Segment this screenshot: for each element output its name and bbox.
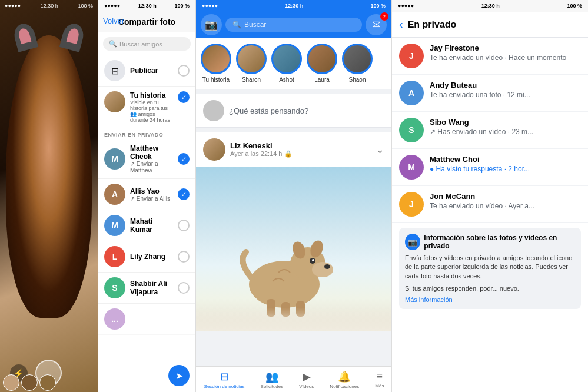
share-back-button[interactable]: Volver xyxy=(103,16,124,25)
messages-title: En privado xyxy=(408,19,457,30)
nav-videos[interactable]: ▶ Vídeos xyxy=(295,368,317,391)
publish-option[interactable]: ⊟ Publicar xyxy=(98,55,195,87)
camera-story-icon[interactable]: 📷 xyxy=(201,14,222,35)
info-more-link[interactable]: Más información xyxy=(405,296,575,303)
matthew-info: Matthew Cheok ↗ Enviar a Matthew xyxy=(130,144,173,174)
info-box-body-2: Si tus amigos responden, podr... nuevo. xyxy=(405,284,575,293)
more-label: Más xyxy=(375,383,384,388)
nav-more[interactable]: ≡ Más xyxy=(371,368,387,391)
matthew-sub: ↗ Enviar a Matthew xyxy=(130,161,173,174)
ashot-label: Ashot xyxy=(279,77,294,83)
matthew-radio[interactable]: ✓ xyxy=(178,153,190,165)
story-laura[interactable]: Laura xyxy=(307,44,337,83)
messages-panel: ●●●●● 12:30 h 100 % ‹ En privado J Jay F… xyxy=(391,0,588,392)
sibo-avatar: S xyxy=(399,118,424,142)
share-title: Compartir foto xyxy=(118,17,175,26)
publish-label: Publicar xyxy=(130,67,173,75)
feed-bottom-nav: ⊟ Sección de noticias 👥 Solicitudes ▶ Ví… xyxy=(196,366,391,392)
shabbir-radio[interactable] xyxy=(178,282,190,294)
story-label: Tu historia xyxy=(130,91,173,99)
more-icon: ≡ xyxy=(377,370,383,383)
contact-mahati[interactable]: M Mahati Kumar xyxy=(98,210,195,241)
post-user-name: Liz Keneski xyxy=(230,141,293,150)
publish-icon: ⊟ xyxy=(104,60,125,81)
search-friends-bar[interactable]: 🔍 Buscar amigos xyxy=(103,37,191,51)
feed-search-bar[interactable]: 🔍 Buscar xyxy=(225,18,362,32)
share-battery: 100 % xyxy=(174,3,190,9)
info-box-icon: 📷 xyxy=(405,234,420,250)
search-icon: 🔍 xyxy=(109,40,117,48)
jay-content: Jay Firestone Te ha enviado un vídeo · H… xyxy=(430,44,581,62)
contact-matthew[interactable]: M Matthew Cheok ↗ Enviar a Matthew ✓ xyxy=(98,139,195,179)
shabbir-info: Shabbir Ali Vijapura xyxy=(130,280,173,296)
story-option-content: Tu historia Visible en tu historia para … xyxy=(130,91,173,123)
more-avatar: ... xyxy=(104,308,125,330)
lily-info: Lily Zhang xyxy=(130,253,173,261)
msg-sibo-wang[interactable]: S Sibo Wang ↗ Has enviado un vídeo · 23 … xyxy=(392,112,588,149)
svg-point-5 xyxy=(324,264,330,269)
contact-lily[interactable]: L Lily Zhang xyxy=(98,241,195,273)
info-box-title-text: Información sobre las fotos y vídeos en … xyxy=(424,234,575,250)
post-composer[interactable]: ¿Qué estás pensando? xyxy=(196,94,391,128)
msg-matthew-choi[interactable]: M Matthew Choi ● Ha visto tu respuesta ·… xyxy=(392,149,588,186)
shaon-avatar xyxy=(342,44,373,74)
videos-icon: ▶ xyxy=(303,370,311,383)
matthew-choi-name: Matthew Choi xyxy=(430,155,581,164)
story-radio[interactable]: ✓ xyxy=(178,91,190,103)
allis-info: Allis Yao ↗ Enviar a Allis xyxy=(130,187,173,202)
sharon-avatar xyxy=(236,44,267,74)
andy-content: Andy Buteau Te ha enviado una foto · 12 … xyxy=(430,81,581,99)
feed-battery: 100 % xyxy=(370,3,386,9)
allis-radio[interactable]: ✓ xyxy=(178,188,190,200)
laura-label: Laura xyxy=(314,77,330,83)
messenger-icon-container: ✉ 2 xyxy=(366,14,387,35)
svg-point-4 xyxy=(312,262,333,277)
nav-requests[interactable]: 👥 Solicitudes xyxy=(257,368,287,391)
story-tu-historia[interactable]: Tu historia xyxy=(201,44,231,83)
msg-jon-mccann[interactable]: J Jon McCann Te ha enviado un vídeo · Ay… xyxy=(392,186,588,223)
share-panel: ●●●●● 12:30 h 100 % Volver Compartir fot… xyxy=(98,0,195,392)
story-option[interactable]: Tu historia Visible en tu historia para … xyxy=(98,87,195,128)
matthew-choi-text: ● Ha visto tu respuesta · 2 hor... xyxy=(430,165,581,173)
time-display: 12:30 h xyxy=(41,3,58,9)
lily-name: Lily Zhang xyxy=(130,253,173,261)
nav-notifications[interactable]: 🔔 Notificaciones xyxy=(326,368,363,391)
sibo-name: Sibo Wang xyxy=(430,118,581,127)
post-more-button[interactable]: ⌄ xyxy=(376,143,384,156)
messages-back-button[interactable]: ‹ xyxy=(399,18,403,31)
share-status-bar: ●●●●● 12:30 h 100 % xyxy=(98,0,195,12)
ear-inner-left xyxy=(18,27,32,44)
andy-text: Te ha enviado una foto · 12 mi... xyxy=(430,91,581,99)
news-feed-label: Sección de noticias xyxy=(204,384,245,389)
contact-allis[interactable]: A Allis Yao ↗ Enviar a Allis ✓ xyxy=(98,179,195,210)
contact-shabbir[interactable]: S Shabbir Ali Vijapura xyxy=(98,273,195,304)
mahati-info: Mahati Kumar xyxy=(130,217,173,234)
jon-avatar: J xyxy=(399,192,424,217)
videos-label: Vídeos xyxy=(299,384,314,389)
mahati-radio[interactable] xyxy=(178,220,190,231)
ear-inner-right xyxy=(67,27,81,44)
battery-display: 100 % xyxy=(78,3,93,9)
msg-signal: ●●●●● xyxy=(398,3,414,9)
send-button[interactable]: ➤ xyxy=(168,365,190,386)
camera-status-bar: ●●●●● 12:30 h 100 % xyxy=(0,0,98,12)
jon-content: Jon McCann Te ha enviado un vídeo · Ayer… xyxy=(430,192,581,210)
cat-ears xyxy=(12,24,86,71)
msg-andy-buteau[interactable]: A Andy Buteau Te ha enviado una foto · 1… xyxy=(392,75,588,112)
private-section-label: ENVIAR EN PRIVADO xyxy=(98,128,195,139)
story-sharon[interactable]: Sharon xyxy=(236,44,267,83)
story-shaon[interactable]: Shaon xyxy=(342,44,373,83)
lily-radio[interactable] xyxy=(178,251,190,263)
publish-radio[interactable] xyxy=(178,65,190,77)
post-time: Ayer a las 22:14 h 🔒 xyxy=(230,150,293,158)
avatar-thumb-1 xyxy=(3,374,19,391)
feed-panel: ●●●●● 12:30 h 100 % 📷 🔍 Buscar ✉ 2 Tu hi… xyxy=(195,0,391,392)
story-ashot[interactable]: Ashot xyxy=(271,44,302,83)
msg-jay-firestone[interactable]: J Jay Firestone Te ha enviado un vídeo ·… xyxy=(392,38,588,75)
contact-more[interactable]: ... xyxy=(98,304,195,335)
ear-right xyxy=(59,21,86,52)
sibo-content: Sibo Wang ↗ Has enviado un vídeo · 23 m.… xyxy=(430,118,581,136)
nav-news-feed[interactable]: ⊟ Sección de noticias xyxy=(201,368,248,391)
post-card: Liz Keneski Ayer a las 22:14 h 🔒 ⌄ xyxy=(196,132,391,331)
lily-avatar: L xyxy=(104,246,125,267)
